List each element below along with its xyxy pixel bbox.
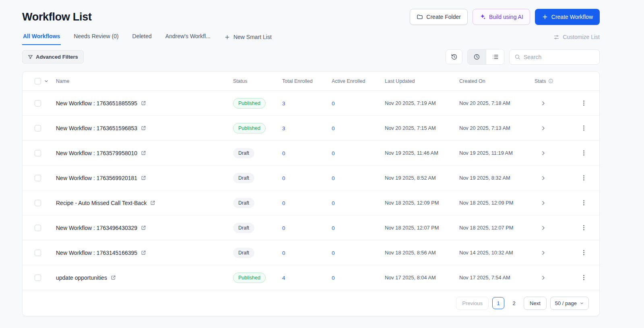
new-smart-list-button[interactable]: New Smart List [223, 29, 272, 45]
tab-all-workflows[interactable]: All Workflows [22, 28, 61, 45]
external-link-icon[interactable] [141, 175, 146, 180]
previous-page-button[interactable]: Previous [456, 297, 489, 310]
kebab-menu-icon[interactable] [579, 273, 589, 283]
view-toggle-list-button[interactable] [486, 49, 504, 64]
row-checkbox[interactable] [35, 275, 41, 281]
page-number-2[interactable]: 2 [508, 297, 520, 309]
active-enrolled-value[interactable]: 0 [332, 100, 335, 107]
row-checkbox[interactable] [35, 100, 41, 107]
workflow-name-link[interactable]: New Workflow : 1763651596853 [56, 125, 137, 131]
external-link-icon[interactable] [141, 225, 146, 230]
total-enrolled-value[interactable]: 0 [282, 150, 285, 156]
status-badge: Published [233, 98, 266, 109]
workflow-name-link[interactable]: Recipe - Auto Missed Call Text-Back [56, 200, 147, 206]
create-folder-button[interactable]: Create Folder [410, 9, 468, 25]
kebab-menu-icon[interactable] [579, 148, 589, 158]
create-workflow-label: Create Workflow [551, 14, 593, 20]
kebab-menu-icon[interactable] [579, 123, 589, 133]
kebab-menu-icon[interactable] [579, 198, 589, 208]
row-checkbox[interactable] [35, 150, 41, 156]
workflow-name-link[interactable]: New Workflow : 1763145166395 [56, 250, 137, 256]
external-link-icon[interactable] [150, 200, 155, 205]
total-enrolled-value[interactable]: 3 [282, 125, 285, 131]
column-header-name: Name [56, 78, 233, 84]
row-checkbox[interactable] [35, 200, 41, 206]
view-toggle-time-button[interactable] [468, 49, 486, 64]
active-enrolled-value[interactable]: 0 [332, 200, 335, 206]
total-enrolled-value[interactable]: 0 [282, 200, 285, 206]
total-enrolled-value[interactable]: 0 [282, 250, 285, 256]
active-enrolled-value[interactable]: 0 [332, 225, 335, 231]
external-link-icon[interactable] [141, 150, 146, 156]
column-header-stats: Stats [535, 78, 574, 84]
build-using-ai-button[interactable]: Build using AI [473, 9, 530, 25]
total-enrolled-value[interactable]: 3 [282, 100, 285, 107]
external-link-icon[interactable] [141, 250, 146, 255]
workflow-name-link[interactable]: New Workflow : 1763496430329 [56, 225, 137, 231]
create-workflow-button[interactable]: Create Workflow [535, 9, 600, 25]
workflow-name-link[interactable]: New Workflow : 1763651885595 [56, 100, 137, 107]
chevron-down-icon[interactable] [44, 79, 49, 84]
kebab-menu-icon[interactable] [579, 248, 589, 258]
status-badge: Draft [233, 198, 254, 208]
total-enrolled-value[interactable]: 0 [282, 225, 285, 231]
row-checkbox[interactable] [35, 225, 41, 231]
stats-chevron-right-icon[interactable] [540, 200, 547, 206]
stats-chevron-right-icon[interactable] [540, 275, 547, 281]
history-icon [451, 53, 458, 60]
stats-chevron-right-icon[interactable] [540, 150, 547, 156]
view-toggle-group [467, 49, 504, 65]
total-enrolled-value[interactable]: 4 [282, 275, 285, 281]
advanced-filters-button[interactable]: Advanced Filters [22, 50, 84, 64]
external-link-icon[interactable] [111, 275, 116, 280]
column-header-status: Status [233, 78, 282, 84]
kebab-menu-icon[interactable] [579, 98, 589, 108]
last-updated-value: Nov 20 2025, 7:19 AM [385, 100, 459, 106]
workflow-table: Name Status Total Enrolled Active Enroll… [22, 71, 600, 316]
toolbar: Advanced Filters [22, 49, 600, 65]
stats-chevron-right-icon[interactable] [540, 250, 547, 256]
search-box [509, 49, 600, 65]
search-input[interactable] [524, 54, 594, 60]
row-checkbox[interactable] [35, 175, 41, 181]
folder-icon [417, 14, 423, 20]
active-enrolled-value[interactable]: 0 [332, 150, 335, 156]
active-enrolled-value[interactable]: 0 [332, 125, 335, 131]
customize-list-button[interactable]: Customize List [553, 29, 600, 45]
kebab-menu-icon[interactable] [579, 173, 589, 183]
history-button[interactable] [446, 49, 462, 64]
row-checkbox[interactable] [35, 250, 41, 256]
plus-icon [224, 34, 230, 40]
column-header-active-enrolled: Active Enrolled [332, 78, 385, 84]
stats-chevron-right-icon[interactable] [540, 175, 547, 181]
page-number-1[interactable]: 1 [492, 297, 504, 309]
column-header-total-enrolled: Total Enrolled [282, 78, 332, 84]
stats-column-label: Stats [535, 78, 546, 84]
stats-chevron-right-icon[interactable] [540, 125, 547, 131]
kebab-menu-icon[interactable] [579, 223, 589, 233]
page-header: Workflow List Create Folder Build using … [22, 0, 600, 25]
workflow-name-link[interactable]: New Workflow : 1763569920181 [56, 175, 137, 181]
active-enrolled-value[interactable]: 0 [332, 250, 335, 256]
external-link-icon[interactable] [141, 100, 146, 106]
active-enrolled-value[interactable]: 0 [332, 175, 335, 181]
row-checkbox[interactable] [35, 125, 41, 131]
active-enrolled-value[interactable]: 0 [332, 275, 335, 281]
tab-andrews-workflows[interactable]: Andrew's Workfl... [165, 28, 211, 45]
tab-deleted[interactable]: Deleted [132, 28, 153, 45]
stats-chevron-right-icon[interactable] [540, 100, 547, 107]
next-page-button[interactable]: Next [524, 297, 547, 310]
external-link-icon[interactable] [141, 125, 146, 131]
last-updated-value: Nov 18 2025, 8:56 AM [385, 250, 459, 256]
workflow-name-link[interactable]: New Workflow : 1763579958010 [56, 150, 137, 156]
clock-icon [473, 53, 480, 60]
table-body: New Workflow : 1763651885595 Published 3… [23, 91, 599, 290]
workflow-name-link[interactable]: update opportunities [56, 275, 107, 281]
info-icon[interactable] [548, 78, 553, 84]
stats-chevron-right-icon[interactable] [540, 225, 547, 231]
select-all-checkbox[interactable] [35, 78, 41, 84]
total-enrolled-value[interactable]: 0 [282, 175, 285, 181]
tab-needs-review[interactable]: Needs Review (0) [73, 28, 119, 45]
page-size-select[interactable]: 50 / page [550, 297, 589, 310]
table-row: New Workflow : 1763569920181 Draft 0 0 N… [23, 166, 599, 191]
